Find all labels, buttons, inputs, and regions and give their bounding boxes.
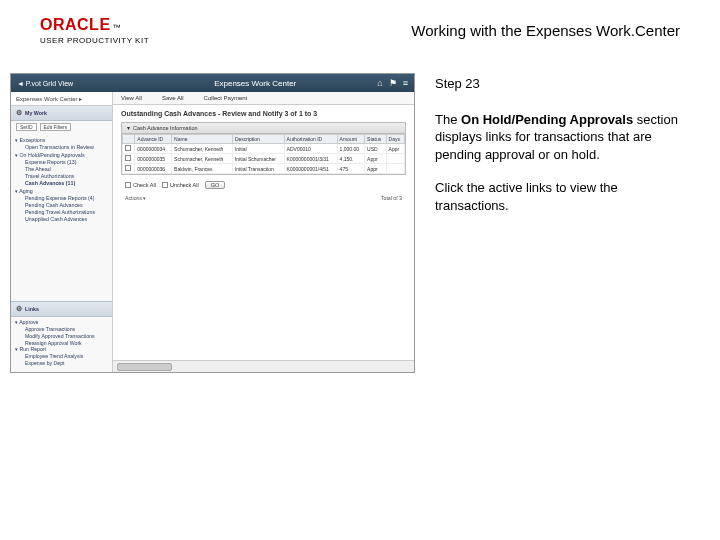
workcenter-label[interactable]: Expenses Work Center ▸ [11,92,112,106]
actions-dropdown[interactable]: Actions ▾ [125,195,146,201]
cash-advance-box: ▾Cash Advance Information Advance ID Nam… [121,122,406,175]
col-name[interactable]: Name [172,135,233,144]
chevron-down-icon[interactable]: ▾ [127,125,130,131]
sidebar-item[interactable]: Pending Expense Reports (4) [25,194,108,201]
document-title: Working with the Expenses Work.Center [411,22,680,39]
tab-viewall[interactable]: View All [121,95,142,101]
edit-filters-button[interactable]: Edit Filters [40,123,72,131]
links-label: Links [25,306,39,312]
sidebar-item[interactable]: The Ahead [25,165,108,172]
page-header: ORACLE ™ USER PRODUCTIVITY KIT Working w… [0,0,720,53]
table-row[interactable]: 0000000036 Baldwin, Frances Initial Tran… [123,164,405,174]
instruction-para2: Click the active links to view the trans… [435,179,685,214]
sidebar-item[interactable]: Pending Cash Advances [25,201,108,208]
link-item[interactable]: Employee Trend Analysis [25,352,108,359]
app-screenshot: ◄ P.vot Grid View Expenses Work Center ⌂… [10,73,415,373]
upk-subbrand: USER PRODUCTIVITY KIT [40,36,149,45]
bulk-action-row: Check All Uncheck All GO [113,177,414,193]
gear-icon[interactable]: ⚙ [16,109,22,117]
mywork-header[interactable]: ⚙ My Work [11,106,112,121]
logo-area: ORACLE ™ USER PRODUCTIVITY KIT [40,16,149,45]
col-status[interactable]: Status [365,135,387,144]
row-checkbox[interactable] [125,155,131,161]
tab-saveall[interactable]: Save All [162,95,184,101]
sidebar-item[interactable]: Open Transactions in Review [25,143,108,150]
tab-collect[interactable]: Collect Payment [204,95,248,101]
instruction-para1: The On Hold/Pending Approvals section di… [435,111,685,164]
menu-icon[interactable]: ≡ [403,78,408,88]
table-row[interactable]: 0000000034 Schumacher, Kenneth Initial A… [123,144,405,154]
cash-advance-table: Advance ID Name Description Authorizatio… [122,134,405,174]
link-item[interactable]: Approve Transactions [25,325,108,332]
onhold-pending-bold: On Hold/Pending Approvals [461,112,633,127]
go-button[interactable]: GO [205,181,226,189]
col-days[interactable]: Days [386,135,404,144]
mywork-list: ▾ Exceptions Open Transactions in Review… [11,133,112,226]
scope-dropdown[interactable]: SetID [16,123,37,131]
sidebar-item[interactable]: Travel Authorizations [25,172,108,179]
sidebar-item[interactable]: Expense Reports (13) [25,158,108,165]
app-title: Expenses Work Center [73,79,377,88]
uncheckall-checkbox[interactable] [162,182,168,188]
main-panel: View All Save All Collect Payment Outsta… [113,92,414,372]
col-desc[interactable]: Description [232,135,284,144]
link-item[interactable]: Expense by Dept [25,359,108,366]
col-amount[interactable]: Amount [337,135,364,144]
action-links-row: View All Save All Collect Payment [113,92,414,105]
instruction-panel: Step 23 The On Hold/Pending Approvals se… [435,73,685,373]
checkall-checkbox[interactable] [125,182,131,188]
col-advanceid[interactable]: Advance ID [135,135,172,144]
col-select[interactable] [123,135,135,144]
back-link[interactable]: ◄ P.vot Grid View [11,80,73,87]
gear-icon[interactable]: ⚙ [16,305,22,313]
col-auth[interactable]: Authorization ID [284,135,337,144]
sidebar: Expenses Work Center ▸ ⚙ My Work SetID E… [11,92,113,372]
row-checkbox[interactable] [125,145,131,151]
home-icon[interactable]: ⌂ [377,78,382,88]
link-item[interactable]: Reassign Approval Work [25,339,108,346]
sidebar-item-cash-advances[interactable]: Cash Advances (11) [25,179,108,186]
uncheckall-label[interactable]: Uncheck All [170,182,199,188]
links-list: ▾ Approve Approve Transactions Modify Ap… [11,317,112,372]
horizontal-scrollbar[interactable] [113,360,414,372]
table-row[interactable]: 0000000035 Schumacher, Kenneth Initial S… [123,154,405,164]
step-label: Step 23 [435,75,685,93]
checkall-label[interactable]: Check All [133,182,156,188]
main-title: Outstanding Cash Advances - Review and N… [113,105,414,120]
flag-icon[interactable]: ⚑ [389,78,397,88]
row-checkbox[interactable] [125,165,131,171]
link-item[interactable]: Modify Approved Transactions [25,332,108,339]
scrollbar-thumb[interactable] [117,363,172,371]
box-label: Cash Advance Information [133,125,198,131]
pager-row: Actions ▾ Total of 3 [113,193,414,205]
mywork-label: My Work [25,110,47,116]
links-header[interactable]: ⚙ Links [11,301,112,317]
app-topbar: ◄ P.vot Grid View Expenses Work Center ⌂… [11,74,414,92]
sidebar-item[interactable]: Unapplied Cash Advances [25,215,108,222]
oracle-logo-text: ORACLE [40,16,111,34]
trademark: ™ [113,23,121,32]
pager-total: Total of 3 [381,195,402,201]
sidebar-item[interactable]: Pending Travel Authorizations [25,208,108,215]
